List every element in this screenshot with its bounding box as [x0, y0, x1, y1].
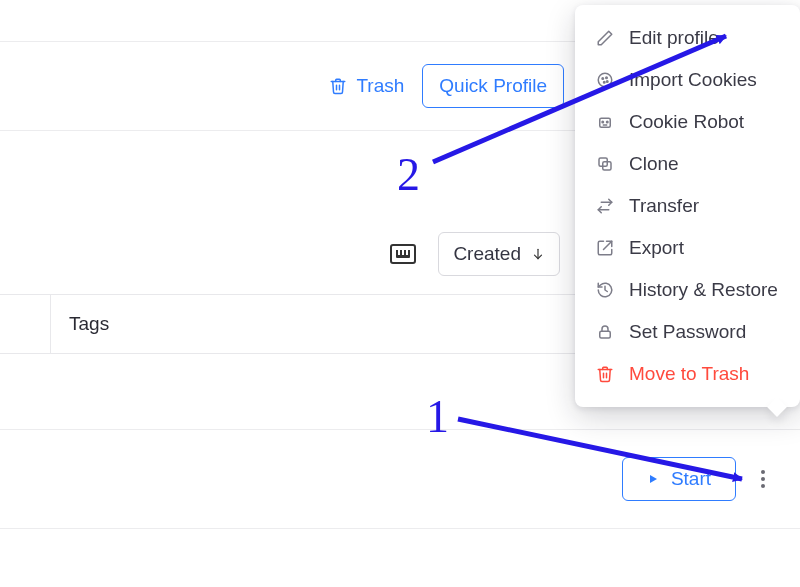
more-actions-button[interactable] [750, 460, 776, 498]
quick-profile-button[interactable]: Quick Profile [422, 64, 564, 108]
trash-icon [328, 76, 348, 96]
start-label: Start [671, 468, 711, 490]
svg-line-15 [604, 241, 612, 249]
menu-item-transfer[interactable]: Transfer [575, 185, 800, 227]
svg-point-4 [606, 77, 608, 79]
svg-marker-1 [650, 475, 657, 483]
svg-rect-7 [600, 118, 611, 127]
robot-icon [595, 112, 615, 132]
menu-item-cookie-robot[interactable]: Cookie Robot [575, 101, 800, 143]
menu-item-clone[interactable]: Clone [575, 143, 800, 185]
menu-item-import-cookies[interactable]: Import Cookies [575, 59, 800, 101]
svg-point-8 [602, 121, 604, 123]
trash-label: Trash [356, 75, 404, 97]
export-icon [595, 238, 615, 258]
annotation-step-2: 2 [397, 148, 420, 201]
trash-icon [595, 364, 615, 384]
svg-rect-16 [600, 331, 611, 338]
copy-icon [595, 154, 615, 174]
annotation-step-1: 1 [426, 390, 449, 443]
trash-button[interactable]: Trash [328, 75, 404, 97]
play-icon [647, 472, 659, 486]
svg-point-9 [607, 121, 609, 123]
column-header-tags[interactable]: Tags [50, 295, 127, 353]
svg-point-2 [598, 73, 612, 87]
menu-item-label: Transfer [629, 195, 699, 217]
history-icon [595, 280, 615, 300]
svg-point-6 [607, 81, 609, 83]
menu-item-label: History & Restore [629, 279, 778, 301]
menu-item-edit-profile[interactable]: Edit profile [575, 17, 800, 59]
menu-item-export[interactable]: Export [575, 227, 800, 269]
menu-item-label: Edit profile [629, 27, 719, 49]
menu-item-label: Export [629, 237, 684, 259]
lock-icon [595, 322, 615, 342]
sort-label: Created [453, 243, 521, 265]
start-button[interactable]: Start [622, 457, 736, 501]
cookie-icon [595, 70, 615, 90]
menu-item-label: Set Password [629, 321, 746, 343]
menu-item-label: Cookie Robot [629, 111, 744, 133]
menu-item-set-password[interactable]: Set Password [575, 311, 800, 353]
arrow-down-icon [531, 246, 545, 262]
menu-item-label: Move to Trash [629, 363, 749, 385]
quick-profile-label: Quick Profile [439, 75, 547, 97]
menu-item-move-to-trash[interactable]: Move to Trash [575, 353, 800, 395]
pencil-icon [595, 28, 615, 48]
transfer-icon [595, 196, 615, 216]
context-menu: Edit profileImport CookiesCookie RobotCl… [575, 5, 800, 407]
menu-item-history-restore[interactable]: History & Restore [575, 269, 800, 311]
svg-point-5 [604, 82, 606, 84]
sort-select[interactable]: Created [438, 232, 560, 276]
keyboard-icon[interactable] [390, 244, 416, 264]
svg-point-3 [602, 78, 604, 80]
menu-item-label: Clone [629, 153, 679, 175]
menu-item-label: Import Cookies [629, 69, 757, 91]
column-header-label: Tags [69, 313, 109, 335]
table-row: Start [0, 429, 800, 529]
